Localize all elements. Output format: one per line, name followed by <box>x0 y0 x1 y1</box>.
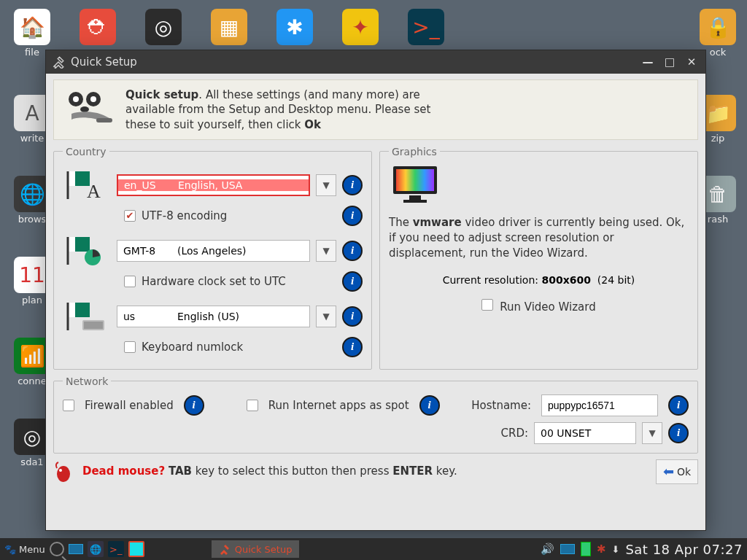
clock[interactable]: Sat 18 Apr 07:27 <box>625 542 743 557</box>
app-icon: 🏠 <box>14 9 50 45</box>
svg-point-23 <box>57 466 70 482</box>
svg-rect-20 <box>396 169 434 191</box>
locale-label: English, USA <box>172 179 309 191</box>
taskbar-app-label: Quick Setup <box>235 544 293 555</box>
tools-icon <box>52 55 65 69</box>
svg-point-3 <box>90 96 96 102</box>
app-icon: ◎ <box>145 9 182 45</box>
hwclock-checkbox[interactable] <box>124 276 136 287</box>
numlock-info-button[interactable]: i <box>342 337 363 357</box>
numlock-label: Keyboard numlock <box>142 341 243 354</box>
ok-button-label: Ok <box>677 466 691 478</box>
tools-icon <box>219 543 231 555</box>
video-wizard-label: Run Video Wizard <box>500 300 595 314</box>
crd-label: CRD: <box>501 427 529 440</box>
workspace-icon[interactable] <box>560 544 575 554</box>
terminal-tray-icon[interactable]: >_ <box>108 541 124 557</box>
crd-value: 00 UNSET <box>535 427 635 439</box>
graphics-group: Graphics The vmware video driver is curr… <box>379 146 698 370</box>
paw-icon: 🐾 <box>4 544 16 555</box>
kb-select[interactable]: us English (US) <box>117 306 310 327</box>
video-wizard-checkbox[interactable] <box>481 299 493 311</box>
spot-checkbox[interactable] <box>247 400 258 411</box>
kb-label: English (US) <box>171 311 309 322</box>
kb-info-button[interactable]: i <box>342 306 363 327</box>
app-icon: ⛑ <box>80 9 116 45</box>
ok-button[interactable]: ⬅ Ok <box>656 459 698 484</box>
quick-setup-window: Quick Setup — □ ✕ Quick setup. All these… <box>45 50 706 531</box>
menu-label: Menu <box>19 544 45 555</box>
active-window-icon[interactable] <box>128 541 144 557</box>
locale-dropdown-caret[interactable]: ▼ <box>316 174 336 196</box>
maximize-button[interactable]: □ <box>662 55 678 69</box>
flag-tz-icon <box>63 233 111 268</box>
locale-info-button[interactable]: i <box>342 175 363 195</box>
desktop-icon-label: sda1 <box>20 456 43 467</box>
show-desktop-icon[interactable] <box>69 544 83 554</box>
desktop-icon-label: rash <box>708 214 728 225</box>
utf8-label: UTF-8 encoding <box>142 209 227 222</box>
intro-text: Quick setup. All these settings (and man… <box>125 88 432 132</box>
svg-rect-18 <box>84 322 103 329</box>
hostname-input[interactable] <box>541 394 658 416</box>
spot-label: Run Internet apps as spot <box>268 399 409 412</box>
arrow-left-icon: ⬅ <box>663 465 674 478</box>
locale-select[interactable]: en_US English, USA <box>117 174 310 196</box>
tz-select[interactable]: GMT-8 (Los Angeles) <box>117 240 310 262</box>
mouse-icon <box>53 461 75 483</box>
svg-point-2 <box>73 96 79 102</box>
window-title: Quick Setup <box>71 55 634 69</box>
svg-rect-22 <box>403 200 427 203</box>
titlebar[interactable]: Quick Setup — □ ✕ <box>46 50 705 74</box>
taskbar-app-button[interactable]: Quick Setup <box>212 540 300 558</box>
desktop-icon-label: brows <box>18 214 47 225</box>
close-button[interactable]: ✕ <box>684 55 700 69</box>
firewall-checkbox[interactable] <box>63 400 74 411</box>
country-legend: Country <box>63 146 109 158</box>
flag-locale-icon: A <box>63 168 111 203</box>
kb-dropdown-caret[interactable]: ▼ <box>316 306 336 327</box>
hwclock-info-button[interactable]: i <box>342 271 363 292</box>
tz-code: GMT-8 <box>117 245 171 257</box>
desktop-icon-label: zip <box>711 133 725 144</box>
svg-text:A: A <box>87 181 101 202</box>
svg-point-4 <box>80 106 89 112</box>
crd-dropdown-caret[interactable]: ▼ <box>642 422 662 444</box>
firewall-info-button[interactable]: i <box>184 395 204 416</box>
search-icon[interactable] <box>50 542 64 556</box>
tz-info-button[interactable]: i <box>342 241 363 261</box>
graphics-text: The vmware video driver is currently bei… <box>389 215 689 261</box>
spot-info-button[interactable]: i <box>419 395 440 416</box>
locale-code: en_US <box>118 179 172 191</box>
desktop-lock-label: ock <box>710 47 727 58</box>
volume-icon[interactable]: 🔊 <box>541 542 554 556</box>
battery-icon[interactable] <box>581 542 591 556</box>
minimize-button[interactable]: — <box>640 55 656 69</box>
updates-icon[interactable]: ⬇ <box>611 544 619 555</box>
tz-label: (Los Angeles) <box>171 245 309 257</box>
monitor-icon <box>392 165 438 204</box>
utf8-info-button[interactable]: i <box>342 206 363 226</box>
svg-rect-21 <box>409 195 421 200</box>
footer-text: Dead mouse? TAB key to select this butto… <box>82 464 457 479</box>
numlock-checkbox[interactable] <box>124 341 136 353</box>
firewall-tray-icon[interactable]: ✱ <box>597 542 606 556</box>
svg-point-24 <box>59 469 62 472</box>
hostname-label: Hostname: <box>471 399 531 412</box>
lock-icon: 🔒 <box>700 9 736 45</box>
browser-tray-icon[interactable]: 🌐 <box>88 541 104 557</box>
desktop-icon-label: plan <box>22 295 42 306</box>
app-icon: ▦ <box>211 9 247 45</box>
crd-info-button[interactable]: i <box>668 423 689 443</box>
crd-select[interactable]: 00 UNSET <box>534 422 636 444</box>
utf8-checkbox[interactable]: ✔ <box>124 210 136 222</box>
app-icon: ✱ <box>276 9 313 45</box>
app-icon: >_ <box>408 9 444 45</box>
menu-button[interactable]: 🐾 Menu <box>4 544 45 555</box>
tz-dropdown-caret[interactable]: ▼ <box>316 240 336 262</box>
kb-code: us <box>117 311 171 322</box>
network-legend: Network <box>63 376 111 387</box>
hostname-info-button[interactable]: i <box>668 395 689 416</box>
taskbar: 🐾 Menu 🌐 >_ Quick Setup 🔊 ✱ ⬇ Sat 18 Apr… <box>0 538 747 560</box>
svg-rect-5 <box>96 118 112 122</box>
